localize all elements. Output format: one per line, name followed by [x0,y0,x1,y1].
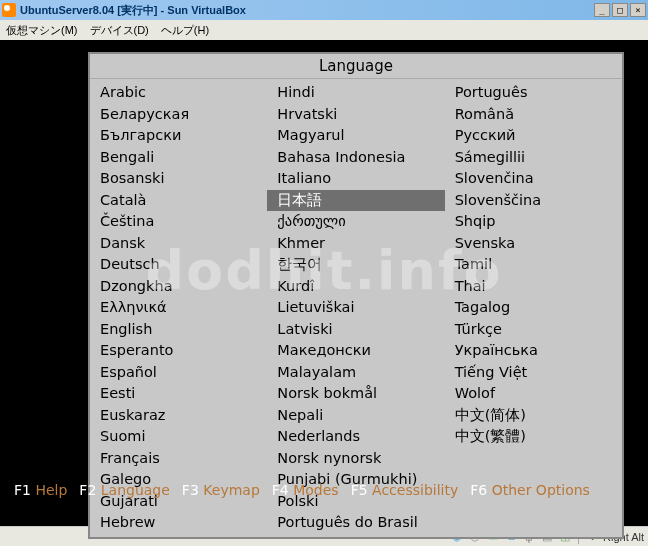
maximize-button[interactable]: □ [612,3,628,17]
language-item[interactable]: Hrvatski [267,104,444,126]
language-item[interactable]: Nepali [267,405,444,427]
language-item[interactable]: Türkçe [445,319,622,341]
language-item[interactable]: Ελληνικά [90,297,267,319]
language-item[interactable]: Malayalam [267,362,444,384]
language-item[interactable]: Português [445,82,622,104]
titlebar: UbuntuServer8.04 [実行中] - Sun VirtualBox … [0,0,648,20]
language-item[interactable]: Lietuviškai [267,297,444,319]
language-item[interactable]: Deutsch [90,254,267,276]
language-item[interactable]: Euskaraz [90,405,267,427]
language-item[interactable]: 日本語 [267,190,444,212]
language-item[interactable]: Latviski [267,319,444,341]
language-item[interactable]: Română [445,104,622,126]
language-item[interactable]: Tiếng Việt [445,362,622,384]
language-item[interactable]: Eesti [90,383,267,405]
app-icon [2,3,16,17]
language-item[interactable]: Norsk bokmål [267,383,444,405]
language-item[interactable]: Kurdî [267,276,444,298]
language-item[interactable]: Magyarul [267,125,444,147]
language-item[interactable]: English [90,319,267,341]
language-item[interactable]: Suomi [90,426,267,448]
close-button[interactable]: × [630,3,646,17]
language-item[interactable]: Dansk [90,233,267,255]
language-item[interactable]: ქართული [267,211,444,233]
language-column-1: ArabicБеларускаяБългарскиBengaliBosanski… [90,79,267,537]
language-item[interactable]: Esperanto [90,340,267,362]
fkey-f1[interactable]: F1 Help [14,482,67,498]
language-item[interactable]: Català [90,190,267,212]
language-column-3: PortuguêsRomânăРусскийSámegilliiSlovenči… [445,79,622,537]
language-item[interactable]: 中文(简体) [445,405,622,427]
language-column-2: HindiHrvatskiMagyarulBahasa IndonesiaIta… [267,79,444,537]
fkey-f2[interactable]: F2 Language [79,482,170,498]
menubar: 仮想マシン(M) デバイス(D) ヘルプ(H) [0,20,648,40]
language-item[interactable]: Sámegillii [445,147,622,169]
language-item[interactable]: 한국어 [267,254,444,276]
language-item[interactable]: Thai [445,276,622,298]
language-item[interactable]: Svenska [445,233,622,255]
menu-device[interactable]: デバイス(D) [90,23,149,38]
fkey-f5[interactable]: F5 Accessibility [351,482,459,498]
language-item[interactable]: Русский [445,125,622,147]
language-item[interactable]: Bengali [90,147,267,169]
fkey-bar: F1 HelpF2 LanguageF3 KeymapF4 ModesF5 Ac… [14,482,634,498]
language-item[interactable]: Norsk nynorsk [267,448,444,470]
language-item[interactable]: Македонски [267,340,444,362]
language-item[interactable]: Shqip [445,211,622,233]
language-item[interactable]: Tamil [445,254,622,276]
language-item[interactable]: Español [90,362,267,384]
language-item[interactable]: Português do Brasil [267,512,444,534]
language-item[interactable]: Français [90,448,267,470]
language-item[interactable]: Bosanski [90,168,267,190]
menu-machine[interactable]: 仮想マシン(M) [6,23,78,38]
fkey-f4[interactable]: F4 Modes [272,482,339,498]
language-item[interactable]: Беларуская [90,104,267,126]
language-title: Language [90,54,622,79]
language-item[interactable]: Bahasa Indonesia [267,147,444,169]
language-item[interactable]: Arabic [90,82,267,104]
language-item[interactable]: Slovenčina [445,168,622,190]
language-item[interactable]: Nederlands [267,426,444,448]
language-item[interactable]: Български [90,125,267,147]
language-item[interactable]: Čeština [90,211,267,233]
language-panel: Language ArabicБеларускаяБългарскиBengal… [88,52,624,539]
language-item[interactable]: Khmer [267,233,444,255]
fkey-f6[interactable]: F6 Other Options [470,482,590,498]
language-item[interactable]: Hindi [267,82,444,104]
language-item[interactable]: Slovenščina [445,190,622,212]
language-item[interactable]: 中文(繁體) [445,426,622,448]
language-item[interactable]: Wolof [445,383,622,405]
language-item[interactable]: Italiano [267,168,444,190]
language-item[interactable]: Tagalog [445,297,622,319]
language-item[interactable]: Hebrew [90,512,267,534]
menu-help[interactable]: ヘルプ(H) [161,23,209,38]
language-item[interactable]: Dzongkha [90,276,267,298]
window-title: UbuntuServer8.04 [実行中] - Sun VirtualBox [20,3,592,18]
language-item[interactable]: Українська [445,340,622,362]
guest-display: dodhit.info Language ArabicБеларускаяБъл… [0,40,648,526]
fkey-f3[interactable]: F3 Keymap [182,482,260,498]
minimize-button[interactable]: _ [594,3,610,17]
